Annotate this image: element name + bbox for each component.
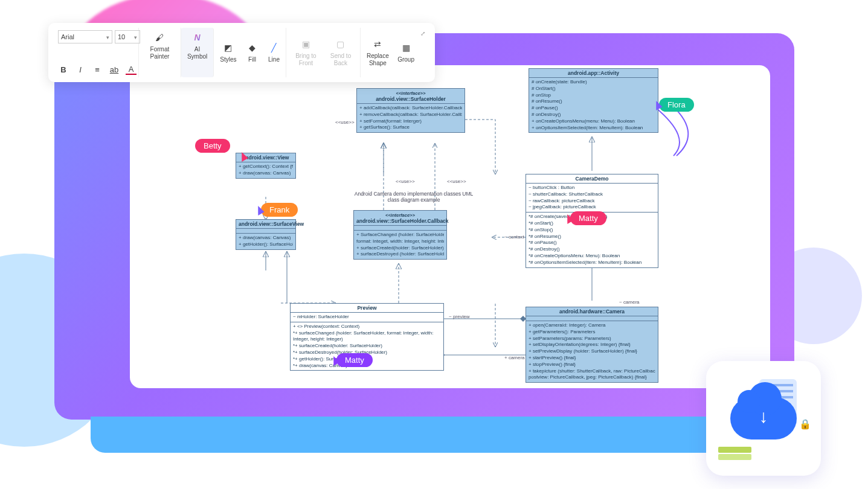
font-color-icon[interactable]: A bbox=[126, 64, 137, 75]
paint-roller-icon: 🖌 bbox=[153, 31, 166, 43]
use-label: <<use>> bbox=[396, 179, 415, 184]
cursor-matty-purple: Matty bbox=[331, 353, 373, 367]
align-icon[interactable]: ≡ bbox=[92, 64, 103, 75]
cursor-frank: Frank bbox=[256, 203, 298, 217]
diagram-canvas[interactable]: <<use>> <<use>> <<use>> ~ context ~ prev… bbox=[130, 65, 770, 388]
decor-strip bbox=[718, 454, 751, 460]
lock-icon: 🔒 bbox=[799, 418, 811, 430]
format-painter-button[interactable]: 🖌Format Painter bbox=[143, 30, 177, 62]
diagram-caption: Android Camera demo implementation class… bbox=[353, 191, 474, 203]
fill-icon: ◆ bbox=[246, 42, 258, 54]
preview-label: ~ preview bbox=[449, 314, 469, 319]
styles-button[interactable]: ◩Styles bbox=[217, 40, 239, 65]
styles-icon: ◩ bbox=[222, 42, 234, 54]
send-back-button[interactable]: ▢Send to Back bbox=[325, 37, 356, 68]
send-back-icon: ▢ bbox=[335, 38, 347, 50]
uml-callback[interactable]: <<interface>>android.view::SurfaceHolder… bbox=[353, 210, 447, 260]
bold-icon[interactable]: B bbox=[58, 64, 69, 75]
use-label: <<use>> bbox=[447, 179, 466, 184]
replace-shape-button[interactable]: ⇄Replace Shape bbox=[364, 37, 392, 68]
uml-surfaceholder[interactable]: <<interface>>android.view::SurfaceHolder… bbox=[356, 88, 465, 133]
cursor-flora: Flora bbox=[654, 98, 694, 112]
line-icon: ╱ bbox=[268, 42, 280, 54]
group-icon: ▦ bbox=[400, 42, 412, 54]
ai-icon: N bbox=[191, 31, 204, 43]
fill-button[interactable]: ◆Fill bbox=[243, 40, 260, 65]
context-label: ~ context bbox=[504, 234, 524, 240]
uml-members: # onCreate(state: Bundle)# OnStart()# on… bbox=[529, 78, 658, 132]
expand-icon[interactable]: ⤢ bbox=[420, 30, 425, 37]
highlight-icon[interactable]: ab bbox=[109, 64, 120, 75]
camera-label: + camera bbox=[504, 355, 525, 360]
cursor-pointer-betty bbox=[239, 152, 245, 161]
group-button[interactable]: ▦Group bbox=[395, 40, 417, 65]
cloud-download-icon: ↓ bbox=[730, 397, 797, 439]
line-button[interactable]: ╱Line bbox=[265, 40, 282, 65]
uml-activity[interactable]: android.app::Activity # onCreate(state: … bbox=[529, 68, 658, 133]
font-family-select[interactable]: Arial bbox=[58, 30, 112, 43]
cursor-betty: Betty bbox=[195, 139, 230, 153]
camera-label: ~ camera bbox=[619, 299, 640, 305]
formatting-toolbar: Arial 10 B I ≡ ab A 🖌Format Painter NAI … bbox=[48, 23, 435, 82]
font-size-select[interactable]: 10 bbox=[115, 30, 140, 43]
uml-title: android.app::Activity bbox=[529, 69, 658, 78]
uml-camera[interactable]: android.hardware::Camera + open(CameraId… bbox=[526, 307, 658, 383]
use-label: <<use>> bbox=[335, 120, 355, 125]
italic-icon[interactable]: I bbox=[75, 64, 86, 75]
decor-strip bbox=[718, 447, 751, 453]
ai-symbol-button[interactable]: NAI Symbol bbox=[185, 30, 210, 62]
uml-surfaceview[interactable]: android.view::SurfaceView + draw(canvas:… bbox=[236, 219, 296, 250]
bring-front-button[interactable]: ▣Bring to Front bbox=[290, 37, 321, 68]
cursor-matty-red: Matty bbox=[565, 211, 606, 225]
bring-front-icon: ▣ bbox=[300, 38, 312, 50]
download-card[interactable]: ↓ 🔒 bbox=[706, 361, 821, 476]
replace-icon: ⇄ bbox=[371, 38, 384, 50]
